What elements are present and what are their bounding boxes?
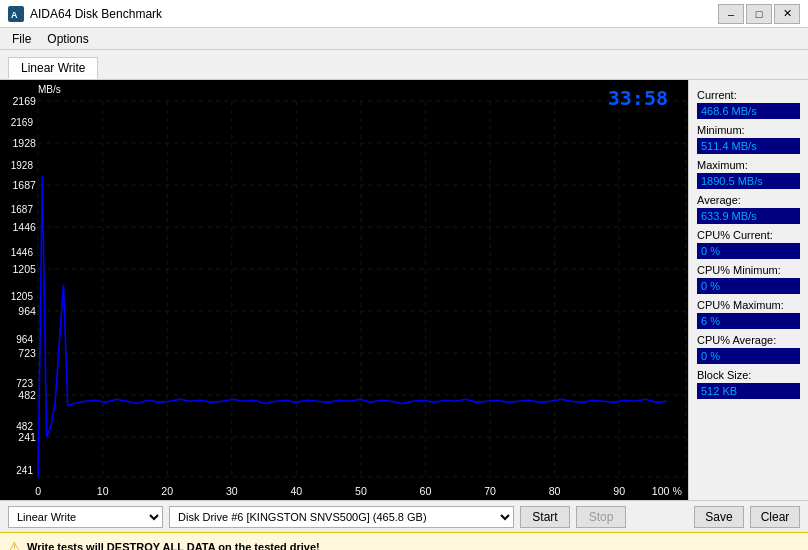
warning-bar: ⚠ Write tests will DESTROY ALL DATA on t…: [0, 532, 808, 550]
options-menu[interactable]: Options: [39, 30, 96, 48]
app-icon: A: [8, 6, 24, 22]
minimize-button[interactable]: –: [718, 4, 744, 24]
y-label-1: 2169: [0, 117, 36, 128]
cpu-current-label: CPU% Current:: [697, 229, 800, 241]
current-label: Current:: [697, 89, 800, 101]
chart-svg: 0 10 20 30 40 50 60 70 80 90 100 % 2169 …: [0, 80, 688, 500]
y-label-8: 482: [0, 421, 36, 432]
maximize-button[interactable]: □: [746, 4, 772, 24]
svg-text:40: 40: [290, 485, 302, 497]
chart-container: MB/s 33:58 2169 1928 1687 1446 1205 964 …: [0, 80, 688, 500]
svg-text:0: 0: [35, 485, 41, 497]
block-size-value: 512 KB: [697, 383, 800, 399]
menu-bar: File Options: [0, 28, 808, 50]
svg-text:60: 60: [420, 485, 432, 497]
maximum-label: Maximum:: [697, 159, 800, 171]
file-menu[interactable]: File: [4, 30, 39, 48]
y-label-9: 241: [0, 465, 36, 476]
tab-bar: Linear Write: [0, 50, 808, 80]
maximum-value: 1890.5 MB/s: [697, 173, 800, 189]
cpu-avg-label: CPU% Average:: [697, 334, 800, 346]
warning-icon: ⚠: [8, 539, 21, 551]
start-button[interactable]: Start: [520, 506, 570, 528]
y-label-7: 723: [0, 378, 36, 389]
svg-text:100 %: 100 %: [652, 485, 682, 497]
drive-dropdown[interactable]: Disk Drive #6 [KINGSTON SNVS500G] (465.8…: [169, 506, 514, 528]
window-controls: – □ ✕: [718, 4, 800, 24]
unit-label: MB/s: [38, 84, 61, 95]
svg-text:70: 70: [484, 485, 496, 497]
block-size-label: Block Size:: [697, 369, 800, 381]
clear-button[interactable]: Clear: [750, 506, 800, 528]
cpu-max-label: CPU% Maximum:: [697, 299, 800, 311]
average-value: 633.9 MB/s: [697, 208, 800, 224]
title-bar: A AIDA64 Disk Benchmark – □ ✕: [0, 0, 808, 28]
y-label-3: 1687: [0, 204, 36, 215]
bottom-controls: Linear Write Disk Drive #6 [KINGSTON SNV…: [0, 500, 808, 532]
svg-text:90: 90: [613, 485, 625, 497]
cpu-max-value: 6 %: [697, 313, 800, 329]
current-value: 468.6 MB/s: [697, 103, 800, 119]
y-label-2: 1928: [0, 160, 36, 171]
save-button[interactable]: Save: [694, 506, 744, 528]
y-axis: 2169 1928 1687 1446 1205 964 723 482 241: [0, 80, 36, 480]
cpu-min-value: 0 %: [697, 278, 800, 294]
y-label-4: 1446: [0, 247, 36, 258]
y-label-5: 1205: [0, 291, 36, 302]
main-area: MB/s 33:58 2169 1928 1687 1446 1205 964 …: [0, 80, 808, 500]
cpu-current-value: 0 %: [697, 243, 800, 259]
window-title: AIDA64 Disk Benchmark: [30, 7, 162, 21]
tab-linear-write[interactable]: Linear Write: [8, 57, 98, 79]
right-panel: Current: 468.6 MB/s Minimum: 511.4 MB/s …: [688, 80, 808, 500]
title-bar-left: A AIDA64 Disk Benchmark: [8, 6, 162, 22]
average-label: Average:: [697, 194, 800, 206]
svg-text:A: A: [11, 10, 18, 20]
svg-text:10: 10: [97, 485, 109, 497]
cpu-min-label: CPU% Minimum:: [697, 264, 800, 276]
close-button[interactable]: ✕: [774, 4, 800, 24]
svg-text:30: 30: [226, 485, 238, 497]
y-label-6: 964: [0, 334, 36, 345]
svg-text:50: 50: [355, 485, 367, 497]
minimum-value: 511.4 MB/s: [697, 138, 800, 154]
svg-text:20: 20: [161, 485, 173, 497]
test-type-dropdown[interactable]: Linear Write: [8, 506, 163, 528]
svg-text:80: 80: [549, 485, 561, 497]
cpu-avg-value: 0 %: [697, 348, 800, 364]
stop-button[interactable]: Stop: [576, 506, 626, 528]
minimum-label: Minimum:: [697, 124, 800, 136]
warning-text: Write tests will DESTROY ALL DATA on the…: [27, 541, 320, 551]
timer-display: 33:58: [608, 86, 668, 110]
